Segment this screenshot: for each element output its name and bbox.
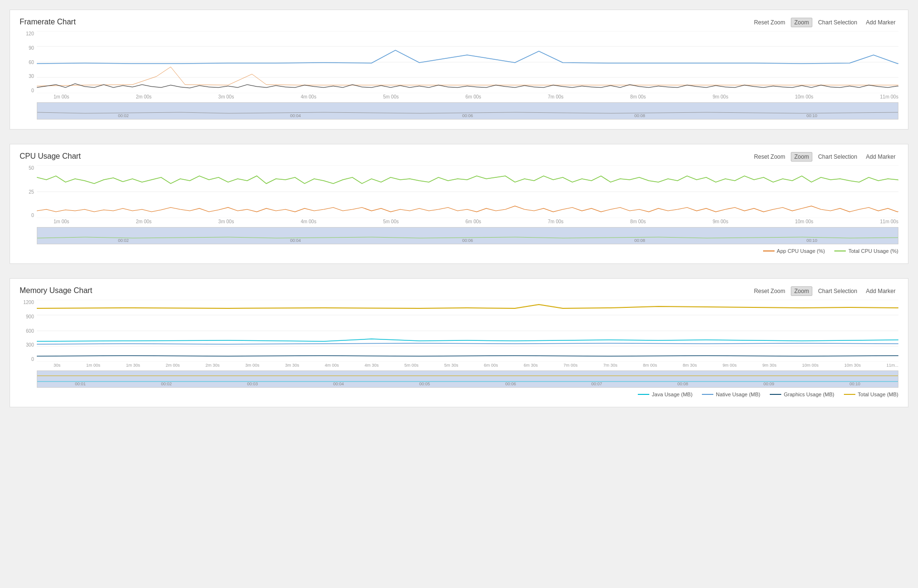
memory-legend-graphics: Graphics Usage (MB) [770,392,834,397]
total-memory-legend-label: Total Usage (MB) [858,392,898,397]
cpu-add-marker-button[interactable]: Add Marker [863,152,898,161]
cpu-legend-app: App CPU Usage (%) [763,248,825,254]
memory-legend: Java Usage (MB) Native Usage (MB) Graphi… [20,392,898,397]
cpu-toolbar: Reset Zoom Zoom Chart Selection Add Mark… [751,152,898,162]
cpu-mini-chart[interactable]: 00:02 00:04 00:06 00:08 00:10 [37,227,898,244]
framerate-y-axis: 120 90 60 30 0 [20,31,34,93]
memory-y-axis: 1200 900 600 300 0 [20,300,34,362]
cpu-y-axis: 50 25 0 [20,165,34,218]
cpu-x-axis: 1m 00s 2m 00s 3m 00s 4m 00s 5m 00s 6m 00… [37,219,898,224]
memory-chart-wrapper: 1200 900 600 300 0 [20,300,898,388]
memory-mini-chart[interactable]: 00:01 00:02 00:03 00:04 00:05 00:06 00:0… [37,370,898,388]
java-legend-label: Java Usage (MB) [652,392,692,397]
cpu-legend: App CPU Usage (%) Total CPU Usage (%) [20,248,898,254]
cpu-legend-total: Total CPU Usage (%) [834,248,898,254]
total-cpu-legend-label: Total CPU Usage (%) [848,248,898,254]
total-cpu-legend-line [834,250,846,251]
memory-add-marker-button[interactable]: Add Marker [863,287,898,295]
framerate-add-marker-button[interactable]: Add Marker [863,18,898,27]
cpu-chart-svg [37,165,898,218]
page-container: Framerate Chart Reset Zoom Zoom Chart Se… [0,0,918,588]
memory-legend-total: Total Usage (MB) [844,392,898,397]
memory-x-axis: 30s 1m 00s 1m 30s 2m 00s 2m 30s 3m 00s 3… [37,363,898,368]
graphics-legend-line [770,394,781,395]
framerate-mini-timestamps: 00:02 00:04 00:06 00:08 00:10 [37,113,898,118]
graphics-legend-label: Graphics Usage (MB) [784,392,834,397]
framerate-chart-section: Framerate Chart Reset Zoom Zoom Chart Se… [10,10,908,130]
memory-mini-timestamps: 00:01 00:02 00:03 00:04 00:05 00:06 00:0… [37,381,898,386]
framerate-chart-selection-button[interactable]: Chart Selection [815,18,860,27]
cpu-reset-zoom-button[interactable]: Reset Zoom [751,152,788,161]
memory-zoom-button[interactable]: Zoom [791,286,812,296]
framerate-zoom-button[interactable]: Zoom [791,18,812,27]
java-legend-line [638,394,649,395]
memory-chart-svg [37,300,898,362]
memory-chart-section: Memory Usage Chart Reset Zoom Zoom Chart… [10,278,908,407]
cpu-zoom-button[interactable]: Zoom [791,152,812,162]
native-legend-label: Native Usage (MB) [716,392,760,397]
framerate-chart-svg [37,31,898,93]
app-cpu-legend-line [763,250,775,251]
memory-chart-selection-button[interactable]: Chart Selection [815,287,860,295]
framerate-reset-zoom-button[interactable]: Reset Zoom [751,18,788,27]
memory-reset-zoom-button[interactable]: Reset Zoom [751,287,788,295]
app-cpu-legend-label: App CPU Usage (%) [777,248,825,254]
memory-toolbar: Reset Zoom Zoom Chart Selection Add Mark… [751,286,898,296]
total-memory-legend-line [844,394,855,395]
memory-legend-java: Java Usage (MB) [638,392,692,397]
framerate-x-axis: 1m 00s 2m 00s 3m 00s 4m 00s 5m 00s 6m 00… [37,94,898,99]
memory-legend-native: Native Usage (MB) [702,392,760,397]
framerate-toolbar: Reset Zoom Zoom Chart Selection Add Mark… [751,18,898,27]
native-legend-line [702,394,713,395]
framerate-chart-wrapper: 120 90 60 30 0 [20,31,898,120]
cpu-chart-wrapper: 50 25 0 1m 00s 2m 00s 3m 00s 4m 00s 5m 0… [20,165,898,244]
cpu-chart-selection-button[interactable]: Chart Selection [815,152,860,161]
cpu-mini-timestamps: 00:02 00:04 00:06 00:08 00:10 [37,238,898,243]
cpu-chart-section: CPU Usage Chart Reset Zoom Zoom Chart Se… [10,144,908,264]
framerate-mini-chart[interactable]: 00:02 00:04 00:06 00:08 00:10 [37,102,898,120]
